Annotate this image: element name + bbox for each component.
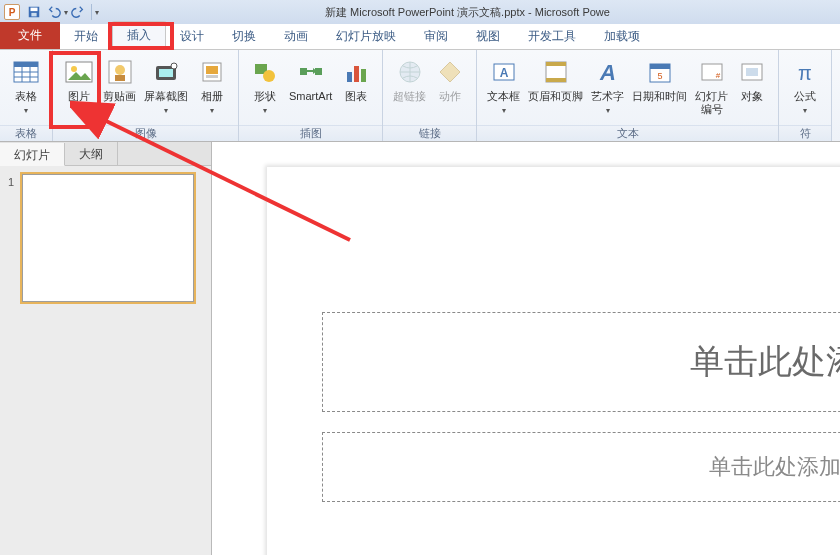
album-icon (196, 56, 228, 88)
group-images: 图片 剪贴画 屏幕截图▾ 相册▾ 图像 (53, 50, 239, 141)
svg-point-12 (115, 65, 125, 75)
chevron-down-icon: ▾ (164, 106, 168, 115)
album-button[interactable]: 相册▾ (192, 54, 232, 119)
slidenum-button[interactable]: # 幻灯片 编号 (691, 54, 732, 118)
equation-button[interactable]: π 公式▾ (785, 54, 825, 119)
group-text: A 文本框▾ 页眉和页脚 A 艺术字▾ 5 日期和时间 (477, 50, 779, 141)
picture-icon (63, 56, 95, 88)
chart-label: 图表 (345, 90, 367, 103)
svg-marker-29 (440, 62, 460, 82)
picture-button[interactable]: 图片 (59, 54, 99, 105)
tab-animations[interactable]: 动画 (270, 23, 322, 49)
table-button[interactable]: 表格▾ (6, 54, 46, 119)
chevron-down-icon: ▾ (803, 106, 807, 115)
svg-text:π: π (799, 62, 813, 84)
svg-text:#: # (716, 71, 721, 80)
group-label-illustrations: 插图 (239, 125, 382, 141)
separator (91, 4, 92, 20)
headerfooter-button[interactable]: 页眉和页脚 (524, 54, 587, 105)
chart-button[interactable]: 图表 (336, 54, 376, 105)
datetime-icon: 5 (644, 56, 676, 88)
chevron-down-icon: ▾ (502, 106, 506, 115)
group-symbols: π 公式▾ 符 (779, 50, 832, 141)
slidenum-label: 幻灯片 编号 (695, 90, 728, 116)
tab-insert[interactable]: 插入 (112, 21, 166, 49)
action-icon (434, 56, 466, 88)
headerfooter-label: 页眉和页脚 (528, 90, 583, 103)
datetime-button[interactable]: 5 日期和时间 (628, 54, 691, 105)
chart-icon (340, 56, 372, 88)
svg-rect-26 (354, 66, 359, 82)
datetime-label: 日期和时间 (632, 90, 687, 103)
action-button[interactable]: 动作 (430, 54, 470, 105)
chevron-down-icon: ▾ (606, 106, 610, 115)
redo-icon[interactable] (69, 3, 87, 21)
shapes-button[interactable]: 形状▾ (245, 54, 285, 119)
group-links: 超链接 动作 链接 (383, 50, 477, 141)
undo-icon[interactable] (45, 3, 63, 21)
svg-text:A: A (500, 66, 509, 80)
svg-rect-18 (206, 66, 218, 74)
svg-rect-42 (746, 68, 758, 76)
smartart-button[interactable]: SmartArt (285, 54, 336, 105)
svg-point-21 (263, 70, 275, 82)
slide-thumbnail[interactable]: 1 (8, 174, 203, 302)
object-label: 对象 (741, 90, 763, 103)
svg-rect-1 (31, 8, 38, 12)
hyperlink-button[interactable]: 超链接 (389, 54, 430, 105)
ribbon-tabs: 文件 开始 插入 设计 切换 动画 幻灯片放映 审阅 视图 开发工具 加载项 (0, 24, 840, 50)
tab-review[interactable]: 审阅 (410, 23, 462, 49)
screenshot-label: 屏幕截图 (144, 90, 188, 102)
hyperlink-label: 超链接 (393, 90, 426, 103)
group-label-symbols: 符 (779, 125, 831, 141)
svg-text:5: 5 (657, 71, 662, 81)
chevron-down-icon: ▾ (24, 106, 28, 115)
tab-home[interactable]: 开始 (60, 23, 112, 49)
slide-canvas-area[interactable]: 单击此处添 单击此处添加 (212, 142, 840, 555)
svg-rect-22 (300, 68, 307, 75)
undo-dropdown-icon[interactable]: ▾ (64, 8, 68, 17)
hyperlink-icon (394, 56, 426, 88)
subtitle-placeholder[interactable]: 单击此处添加 (322, 432, 840, 502)
save-icon[interactable] (25, 3, 43, 21)
tab-design[interactable]: 设计 (166, 23, 218, 49)
title-placeholder[interactable]: 单击此处添 (322, 312, 840, 412)
object-button[interactable]: 对象 (732, 54, 772, 105)
shapes-icon (249, 56, 281, 88)
clipart-button[interactable]: 剪贴画 (99, 54, 140, 105)
svg-rect-37 (650, 64, 670, 69)
clipart-icon (104, 56, 136, 88)
app-icon: P (4, 4, 20, 20)
tab-transitions[interactable]: 切换 (218, 23, 270, 49)
action-label: 动作 (439, 90, 461, 103)
chevron-down-icon: ▾ (263, 106, 267, 115)
tab-addins[interactable]: 加载项 (590, 23, 654, 49)
smartart-label: SmartArt (289, 90, 332, 103)
slide-panel: 幻灯片 大纲 1 (0, 142, 212, 555)
equation-label: 公式 (794, 90, 816, 102)
document-title: 新建 Microsoft PowerPoint 演示文稿.pptx - Micr… (99, 5, 836, 20)
tab-file[interactable]: 文件 (0, 22, 60, 49)
tab-view[interactable]: 视图 (462, 23, 514, 49)
equation-icon: π (789, 56, 821, 88)
chevron-down-icon: ▾ (210, 106, 214, 115)
group-label-images: 图像 (53, 125, 238, 141)
slide-panel-body[interactable]: 1 (0, 166, 211, 555)
tab-slides-thumbnails[interactable]: 幻灯片 (0, 143, 65, 166)
slide-preview (22, 174, 194, 302)
svg-rect-34 (546, 78, 566, 82)
screenshot-button[interactable]: 屏幕截图▾ (140, 54, 192, 119)
wordart-button[interactable]: A 艺术字▾ (587, 54, 628, 119)
textbox-button[interactable]: A 文本框▾ (483, 54, 524, 119)
tab-developer[interactable]: 开发工具 (514, 23, 590, 49)
wordart-icon: A (592, 56, 624, 88)
svg-point-16 (171, 63, 177, 69)
slide[interactable]: 单击此处添 单击此处添加 (267, 167, 840, 555)
tab-outline[interactable]: 大纲 (65, 142, 118, 165)
slidenum-icon: # (696, 56, 728, 88)
clipart-label: 剪贴画 (103, 90, 136, 103)
group-illustrations: 形状▾ SmartArt 图表 插图 (239, 50, 383, 141)
slide-number: 1 (8, 174, 22, 302)
tab-slideshow[interactable]: 幻灯片放映 (322, 23, 410, 49)
svg-rect-19 (206, 75, 218, 78)
